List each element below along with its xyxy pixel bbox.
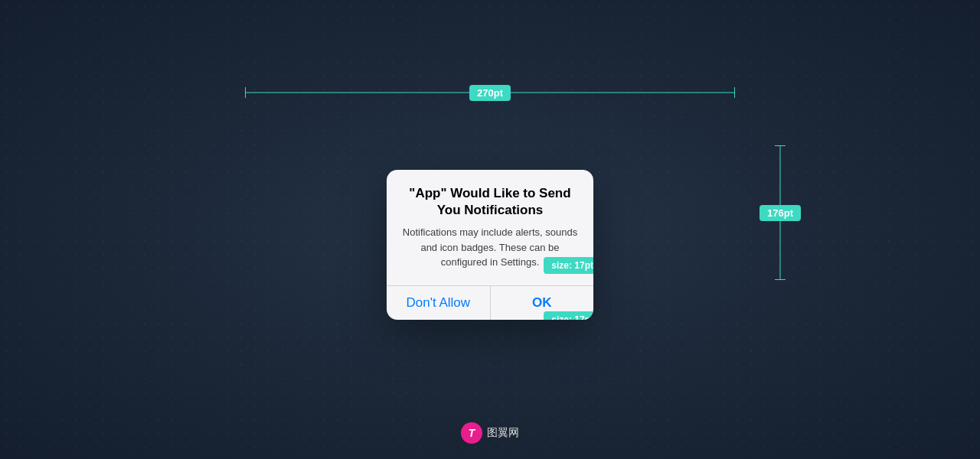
alert-dialog: size: 17pt size: 13pt size: 17pt "App" W… <box>387 170 593 320</box>
tick-top <box>775 145 786 146</box>
tick-bottom <box>775 279 786 280</box>
vertical-measurement: 176pt <box>779 145 781 280</box>
title-size-badge: size: 17pt <box>544 311 593 320</box>
horizontal-value-badge: 270pt <box>469 85 511 101</box>
button-size-badge: size: 17pt <box>544 257 593 274</box>
watermark-text: 图翼网 <box>487 426 519 440</box>
vertical-value-badge: 176pt <box>760 205 801 221</box>
horizontal-measurement: 270pt <box>245 92 735 93</box>
watermark: T 图翼网 <box>461 422 519 444</box>
deny-button[interactable]: Don't Allow <box>387 286 491 320</box>
alert-title: "App" Would Like to Send You Notificatio… <box>399 185 581 219</box>
tick-left <box>245 87 246 98</box>
watermark-icon: T <box>461 422 482 444</box>
tick-right <box>734 87 735 98</box>
